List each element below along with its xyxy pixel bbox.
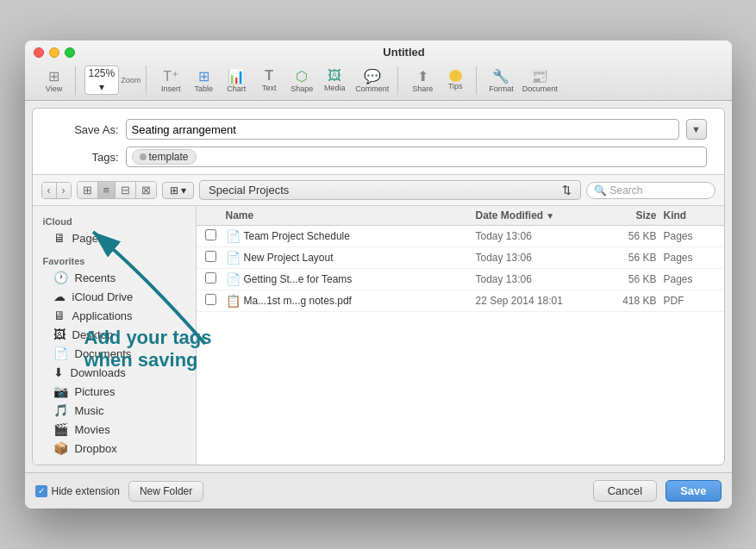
save-button[interactable]: Save — [665, 480, 721, 502]
media-button[interactable]: 🖼 Media — [319, 66, 350, 94]
file-name-0: Team Project Schedule — [244, 230, 476, 242]
icloud-drive-icon: ☁ — [53, 290, 66, 303]
shape-button[interactable]: ⬡ Shape — [286, 66, 317, 95]
coverflow-view-button[interactable]: ⊠ — [135, 182, 156, 198]
file-name-3: Ma...1st m...g notes.pdf — [244, 295, 476, 307]
hide-extension-checkbox-group[interactable]: ✓ Hide extension — [35, 485, 120, 497]
icon-view-button[interactable]: ⊞ — [78, 182, 97, 198]
titlebar: Untitled ⊞ View 125% ▾ Zoom T⁺ Inser — [25, 41, 732, 101]
file-name-2: Getting St...e for Teams — [244, 273, 476, 285]
file-size-3: 418 KB — [597, 295, 657, 307]
recents-icon: 🕐 — [53, 271, 68, 284]
file-icon-1: 📄 — [226, 251, 241, 265]
music-icon: 🎵 — [53, 403, 68, 417]
file-checkbox-2[interactable] — [205, 272, 226, 286]
sidebar-item-movies[interactable]: 🎬 Movies — [36, 420, 192, 439]
col-name-header[interactable]: Name — [226, 209, 476, 221]
new-folder-button[interactable]: New Folder — [128, 481, 203, 502]
column-view-button[interactable]: ⊟ — [115, 182, 135, 198]
view-buttons: ⊞ ≡ ⊟ ⊠ — [77, 181, 158, 199]
file-icon-0: 📄 — [226, 229, 241, 243]
minimize-button[interactable] — [49, 47, 59, 58]
forward-button[interactable]: › — [57, 183, 71, 198]
save-as-input[interactable] — [126, 119, 679, 140]
traffic-lights — [34, 47, 75, 58]
file-kind-2: Pages — [664, 273, 715, 285]
format-button[interactable]: 🔧 Format — [485, 66, 517, 95]
documents-icon: 📄 — [53, 346, 68, 360]
expand-button[interactable]: ▼ — [686, 119, 707, 140]
save-as-row: Save As: ▼ — [33, 109, 724, 143]
tags-input[interactable]: template — [126, 147, 707, 167]
file-checkbox-0[interactable] — [205, 229, 226, 243]
col-kind-header[interactable]: Kind — [664, 209, 715, 221]
sort-arrow-icon: ▼ — [546, 211, 554, 221]
sidebar: iCloud 🖥 Pages Favorites 🕐 Recents ☁ iCl… — [33, 206, 197, 465]
hide-extension-label: Hide extension — [52, 485, 120, 497]
movies-icon: 🎬 — [53, 422, 68, 436]
file-modified-3: 22 Sep 2014 18:01 — [476, 295, 597, 307]
view-button[interactable]: ⊞ View — [39, 66, 70, 95]
file-icon-2: 📄 — [226, 272, 241, 286]
sidebar-item-dropbox[interactable]: 📦 Dropbox — [36, 439, 192, 458]
nav-bar: ‹ › ⊞ ≡ ⊟ ⊠ ⊞▾ Special Projects ⇅ 🔍 Sear… — [33, 174, 724, 206]
close-button[interactable] — [34, 47, 44, 58]
back-button[interactable]: ‹ — [42, 183, 57, 198]
window-title: Untitled — [85, 46, 723, 59]
cancel-button[interactable]: Cancel — [593, 480, 657, 502]
file-icon-3: 📋 — [226, 294, 241, 308]
sidebar-item-pictures[interactable]: 📷 Pictures — [36, 382, 192, 401]
table-button[interactable]: ⊞ Table — [188, 66, 219, 95]
nav-arrows: ‹ › — [41, 182, 72, 199]
location-selector[interactable]: Special Projects ⇅ — [199, 180, 580, 200]
pages-icon: 🖥 — [53, 231, 66, 245]
col-modified-header[interactable]: Date Modified ▼ — [476, 209, 597, 221]
comment-button[interactable]: 💬 Comment — [352, 66, 392, 95]
sidebar-item-desktop[interactable]: 🖼 Desktop — [36, 325, 192, 344]
insert-button[interactable]: T⁺ Insert — [155, 66, 186, 95]
file-kind-1: Pages — [664, 252, 715, 264]
sidebar-item-icloud-drive[interactable]: ☁ iCloud Drive — [36, 287, 192, 306]
file-checkbox-3[interactable] — [205, 294, 226, 308]
downloads-icon: ⬇ — [53, 365, 64, 379]
zoom-control[interactable]: 125% ▾ — [84, 66, 120, 95]
document-button[interactable]: 📰 Document — [519, 66, 561, 95]
search-box[interactable]: 🔍 Search — [586, 182, 715, 199]
list-view-button[interactable]: ≡ — [97, 182, 116, 198]
file-modified-1: Today 13:06 — [476, 252, 597, 264]
file-size-1: 56 KB — [597, 252, 657, 264]
file-browser: iCloud 🖥 Pages Favorites 🕐 Recents ☁ iCl… — [33, 206, 724, 465]
favorites-section-title: Favorites — [33, 253, 196, 268]
zoom-label: Zoom — [121, 76, 141, 84]
maximize-button[interactable] — [65, 47, 75, 58]
sidebar-item-downloads[interactable]: ⬇ Downloads — [36, 363, 192, 382]
col-size-header[interactable]: Size — [597, 209, 657, 221]
annotation-text: Add your tags when saving — [197, 327, 212, 372]
desktop-icon: 🖼 — [53, 328, 66, 341]
share-button[interactable]: ⬆ Share — [407, 66, 438, 95]
file-row[interactable]: 📄 Getting St...e for Teams Today 13:06 5… — [197, 269, 724, 290]
sidebar-item-music[interactable]: 🎵 Music — [36, 401, 192, 420]
file-row[interactable]: 📋 Ma...1st m...g notes.pdf 22 Sep 2014 1… — [197, 290, 724, 312]
file-checkbox-1[interactable] — [205, 251, 226, 265]
file-list: Name Date Modified ▼ Size Kind 📄 Team Pr… — [197, 206, 724, 465]
tips-button[interactable]: ? Tips — [440, 68, 471, 92]
chart-button[interactable]: 📊 Chart — [221, 66, 252, 95]
sidebar-item-applications[interactable]: 🖥 Applications — [36, 306, 192, 325]
pictures-icon: 📷 — [53, 384, 68, 398]
search-icon: 🔍 — [594, 184, 607, 197]
file-kind-0: Pages — [664, 230, 715, 242]
hide-extension-checkbox[interactable]: ✓ — [35, 485, 47, 497]
dropbox-icon: 📦 — [53, 441, 68, 455]
file-row[interactable]: 📄 New Project Layout Today 13:06 56 KB P… — [197, 247, 724, 269]
icloud-section-title: iCloud — [33, 213, 196, 228]
file-row[interactable]: 📄 Team Project Schedule Today 13:06 56 K… — [197, 226, 724, 247]
sidebar-item-pages[interactable]: 🖥 Pages — [36, 228, 192, 247]
tag-pill: template — [132, 149, 197, 165]
save-as-label: Save As: — [50, 123, 119, 136]
text-button[interactable]: T Text — [253, 66, 284, 94]
sidebar-item-documents[interactable]: 📄 Documents — [36, 344, 192, 363]
sidebar-item-recents[interactable]: 🕐 Recents — [36, 268, 192, 287]
action-button[interactable]: ⊞▾ — [162, 182, 194, 199]
col-check-header — [205, 209, 226, 221]
